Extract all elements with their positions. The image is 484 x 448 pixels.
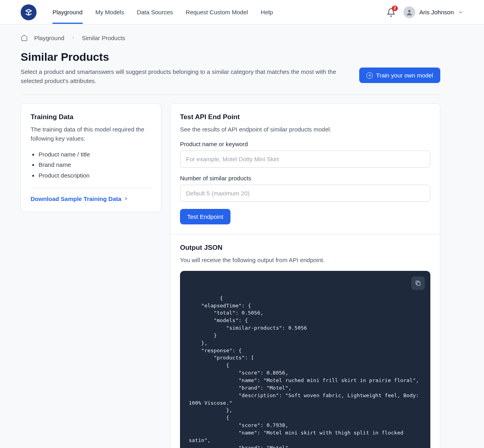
test-title: Test API End Point xyxy=(180,113,430,121)
output-code-block: { "elapsedTime": { "total": 0.5056, "mod… xyxy=(180,271,430,448)
svg-rect-1 xyxy=(417,282,420,285)
test-subtitle: See the results of API endpoint of simil… xyxy=(180,125,430,134)
page-subtitle: Select a product and smartanswers will s… xyxy=(21,68,339,85)
training-title: Training Data xyxy=(31,113,151,121)
home-icon xyxy=(21,34,28,41)
nav-item-data-sources[interactable]: Data Sources xyxy=(137,1,173,23)
product-name-input[interactable] xyxy=(180,151,430,168)
nav-item-my-models[interactable]: My Models xyxy=(95,1,124,23)
test-api-card: Test API End Point See the results of AP… xyxy=(170,103,440,448)
avatar xyxy=(403,6,415,18)
notification-badge: 2 xyxy=(392,6,398,11)
user-icon xyxy=(406,9,413,16)
product-name-label: Product name or keyword xyxy=(180,141,430,147)
chevron-right-icon xyxy=(71,35,76,40)
download-label: Download Sample Training Data xyxy=(31,195,121,202)
train-button-label: Train your own model xyxy=(376,72,433,79)
chevron-right-icon xyxy=(124,196,128,201)
plus-circle-icon: + xyxy=(366,72,373,79)
output-subtitle: You will receive the following output fr… xyxy=(180,256,430,265)
main-nav: Playground My Models Data Sources Reques… xyxy=(52,1,387,23)
list-item: Product name / title xyxy=(39,149,151,160)
training-subtitle: The training data of this model required… xyxy=(31,125,151,143)
copy-button[interactable] xyxy=(411,276,425,290)
svg-point-0 xyxy=(408,10,410,12)
number-products-label: Number of similar products xyxy=(180,175,430,182)
notifications-button[interactable]: 2 xyxy=(387,8,395,17)
output-title: Output JSON xyxy=(180,244,430,252)
test-endpoint-button[interactable]: Test Endpoint xyxy=(180,209,230,224)
user-menu[interactable]: Aris Johnson xyxy=(403,6,463,18)
breadcrumb-root[interactable]: Playground xyxy=(34,35,64,41)
number-products-input[interactable] xyxy=(180,185,430,202)
page-title: Similar Products xyxy=(21,51,440,64)
nav-item-request-custom-model[interactable]: Request Custom Model xyxy=(186,1,248,23)
user-name: Aris Johnson xyxy=(419,9,454,15)
train-model-button[interactable]: + Train your own model xyxy=(359,68,440,83)
nav-item-playground[interactable]: Playground xyxy=(52,1,83,23)
logo[interactable] xyxy=(21,4,37,20)
breadcrumb: Playground Similar Products xyxy=(21,34,440,41)
breadcrumb-current: Similar Products xyxy=(82,35,125,41)
list-item: Brand name xyxy=(39,160,151,170)
list-item: Product description xyxy=(39,170,151,181)
copy-icon xyxy=(415,280,421,286)
nav-item-help[interactable]: Help xyxy=(261,1,273,23)
chevron-down-icon xyxy=(458,10,463,15)
output-code: { "elapsedTime": { "total": 0.5056, "mod… xyxy=(189,295,422,448)
download-sample-link[interactable]: Download Sample Training Data xyxy=(31,195,151,202)
training-data-card: Training Data The training data of this … xyxy=(21,103,161,212)
divider xyxy=(31,188,151,188)
